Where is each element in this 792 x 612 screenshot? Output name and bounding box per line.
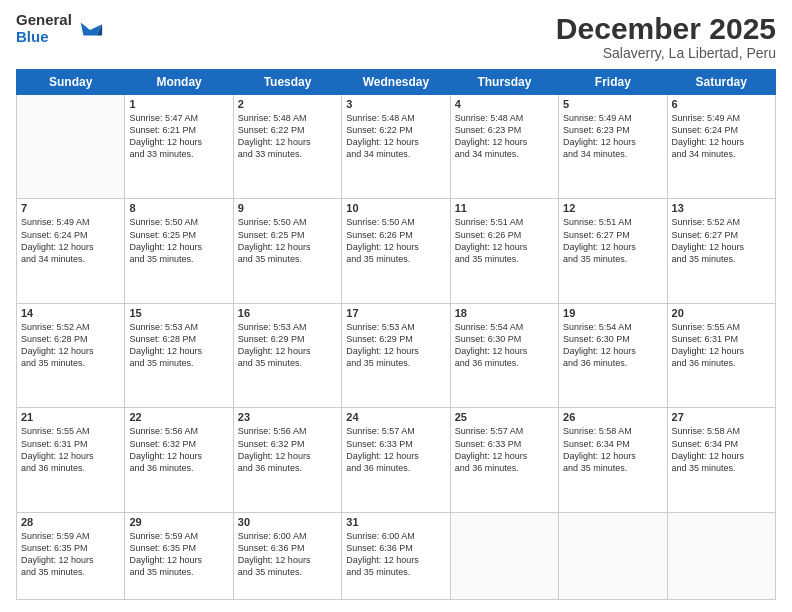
weekday-header: Sunday: [17, 70, 125, 95]
calendar-week-row: 1Sunrise: 5:47 AMSunset: 6:21 PMDaylight…: [17, 95, 776, 199]
cell-daylight-info: Sunrise: 5:49 AMSunset: 6:23 PMDaylight:…: [563, 112, 662, 161]
calendar-cell: 3Sunrise: 5:48 AMSunset: 6:22 PMDaylight…: [342, 95, 450, 199]
day-number: 30: [238, 516, 337, 528]
cell-daylight-info: Sunrise: 5:59 AMSunset: 6:35 PMDaylight:…: [21, 530, 120, 579]
day-number: 25: [455, 411, 554, 423]
cell-daylight-info: Sunrise: 5:57 AMSunset: 6:33 PMDaylight:…: [346, 425, 445, 474]
day-number: 20: [672, 307, 771, 319]
day-number: 27: [672, 411, 771, 423]
weekday-header: Saturday: [667, 70, 775, 95]
title-block: December 2025 Salaverry, La Libertad, Pe…: [556, 12, 776, 61]
calendar-cell: 7Sunrise: 5:49 AMSunset: 6:24 PMDaylight…: [17, 199, 125, 303]
weekday-header-row: SundayMondayTuesdayWednesdayThursdayFrid…: [17, 70, 776, 95]
calendar-cell: 1Sunrise: 5:47 AMSunset: 6:21 PMDaylight…: [125, 95, 233, 199]
day-number: 26: [563, 411, 662, 423]
day-number: 22: [129, 411, 228, 423]
cell-daylight-info: Sunrise: 5:47 AMSunset: 6:21 PMDaylight:…: [129, 112, 228, 161]
day-number: 23: [238, 411, 337, 423]
cell-daylight-info: Sunrise: 5:58 AMSunset: 6:34 PMDaylight:…: [563, 425, 662, 474]
calendar-cell: 19Sunrise: 5:54 AMSunset: 6:30 PMDayligh…: [559, 303, 667, 407]
calendar-cell: 28Sunrise: 5:59 AMSunset: 6:35 PMDayligh…: [17, 512, 125, 599]
cell-daylight-info: Sunrise: 5:52 AMSunset: 6:27 PMDaylight:…: [672, 216, 771, 265]
cell-daylight-info: Sunrise: 5:59 AMSunset: 6:35 PMDaylight:…: [129, 530, 228, 579]
calendar-cell: 5Sunrise: 5:49 AMSunset: 6:23 PMDaylight…: [559, 95, 667, 199]
header: General Blue December 2025 Salaverry, La…: [16, 12, 776, 61]
calendar-cell: 18Sunrise: 5:54 AMSunset: 6:30 PMDayligh…: [450, 303, 558, 407]
cell-daylight-info: Sunrise: 5:48 AMSunset: 6:22 PMDaylight:…: [346, 112, 445, 161]
logo-text: General Blue: [16, 12, 72, 45]
cell-daylight-info: Sunrise: 5:55 AMSunset: 6:31 PMDaylight:…: [21, 425, 120, 474]
day-number: 31: [346, 516, 445, 528]
page: General Blue December 2025 Salaverry, La…: [0, 0, 792, 612]
cell-daylight-info: Sunrise: 5:50 AMSunset: 6:25 PMDaylight:…: [129, 216, 228, 265]
calendar-cell: 30Sunrise: 6:00 AMSunset: 6:36 PMDayligh…: [233, 512, 341, 599]
calendar-cell: 26Sunrise: 5:58 AMSunset: 6:34 PMDayligh…: [559, 408, 667, 512]
weekday-header: Tuesday: [233, 70, 341, 95]
calendar-cell: 25Sunrise: 5:57 AMSunset: 6:33 PMDayligh…: [450, 408, 558, 512]
cell-daylight-info: Sunrise: 5:51 AMSunset: 6:26 PMDaylight:…: [455, 216, 554, 265]
day-number: 13: [672, 202, 771, 214]
calendar-cell: 11Sunrise: 5:51 AMSunset: 6:26 PMDayligh…: [450, 199, 558, 303]
calendar-cell: 21Sunrise: 5:55 AMSunset: 6:31 PMDayligh…: [17, 408, 125, 512]
logo: General Blue: [16, 12, 104, 45]
cell-daylight-info: Sunrise: 5:49 AMSunset: 6:24 PMDaylight:…: [21, 216, 120, 265]
day-number: 18: [455, 307, 554, 319]
cell-daylight-info: Sunrise: 5:53 AMSunset: 6:29 PMDaylight:…: [346, 321, 445, 370]
cell-daylight-info: Sunrise: 5:48 AMSunset: 6:22 PMDaylight:…: [238, 112, 337, 161]
cell-daylight-info: Sunrise: 5:52 AMSunset: 6:28 PMDaylight:…: [21, 321, 120, 370]
cell-daylight-info: Sunrise: 5:50 AMSunset: 6:26 PMDaylight:…: [346, 216, 445, 265]
day-number: 8: [129, 202, 228, 214]
location-subtitle: Salaverry, La Libertad, Peru: [556, 45, 776, 61]
cell-daylight-info: Sunrise: 5:55 AMSunset: 6:31 PMDaylight:…: [672, 321, 771, 370]
calendar-cell: 22Sunrise: 5:56 AMSunset: 6:32 PMDayligh…: [125, 408, 233, 512]
day-number: 19: [563, 307, 662, 319]
cell-daylight-info: Sunrise: 5:53 AMSunset: 6:29 PMDaylight:…: [238, 321, 337, 370]
calendar-week-row: 21Sunrise: 5:55 AMSunset: 6:31 PMDayligh…: [17, 408, 776, 512]
day-number: 14: [21, 307, 120, 319]
day-number: 4: [455, 98, 554, 110]
calendar-cell: 14Sunrise: 5:52 AMSunset: 6:28 PMDayligh…: [17, 303, 125, 407]
cell-daylight-info: Sunrise: 5:56 AMSunset: 6:32 PMDaylight:…: [129, 425, 228, 474]
day-number: 29: [129, 516, 228, 528]
day-number: 12: [563, 202, 662, 214]
cell-daylight-info: Sunrise: 5:48 AMSunset: 6:23 PMDaylight:…: [455, 112, 554, 161]
cell-daylight-info: Sunrise: 5:54 AMSunset: 6:30 PMDaylight:…: [563, 321, 662, 370]
calendar-cell: 31Sunrise: 6:00 AMSunset: 6:36 PMDayligh…: [342, 512, 450, 599]
calendar-table: SundayMondayTuesdayWednesdayThursdayFrid…: [16, 69, 776, 600]
day-number: 24: [346, 411, 445, 423]
month-title: December 2025: [556, 12, 776, 45]
cell-daylight-info: Sunrise: 5:53 AMSunset: 6:28 PMDaylight:…: [129, 321, 228, 370]
calendar-cell: 9Sunrise: 5:50 AMSunset: 6:25 PMDaylight…: [233, 199, 341, 303]
logo-icon: [76, 15, 104, 43]
calendar-cell: 15Sunrise: 5:53 AMSunset: 6:28 PMDayligh…: [125, 303, 233, 407]
cell-daylight-info: Sunrise: 5:58 AMSunset: 6:34 PMDaylight:…: [672, 425, 771, 474]
calendar-week-row: 7Sunrise: 5:49 AMSunset: 6:24 PMDaylight…: [17, 199, 776, 303]
calendar-week-row: 28Sunrise: 5:59 AMSunset: 6:35 PMDayligh…: [17, 512, 776, 599]
calendar-cell: 23Sunrise: 5:56 AMSunset: 6:32 PMDayligh…: [233, 408, 341, 512]
day-number: 2: [238, 98, 337, 110]
calendar-week-row: 14Sunrise: 5:52 AMSunset: 6:28 PMDayligh…: [17, 303, 776, 407]
calendar-cell: 6Sunrise: 5:49 AMSunset: 6:24 PMDaylight…: [667, 95, 775, 199]
calendar-cell: 17Sunrise: 5:53 AMSunset: 6:29 PMDayligh…: [342, 303, 450, 407]
calendar-cell: 16Sunrise: 5:53 AMSunset: 6:29 PMDayligh…: [233, 303, 341, 407]
calendar-cell: [17, 95, 125, 199]
day-number: 9: [238, 202, 337, 214]
logo-general: General: [16, 12, 72, 29]
calendar-cell: 10Sunrise: 5:50 AMSunset: 6:26 PMDayligh…: [342, 199, 450, 303]
day-number: 7: [21, 202, 120, 214]
day-number: 15: [129, 307, 228, 319]
weekday-header: Monday: [125, 70, 233, 95]
day-number: 3: [346, 98, 445, 110]
logo-blue: Blue: [16, 29, 72, 46]
day-number: 10: [346, 202, 445, 214]
cell-daylight-info: Sunrise: 6:00 AMSunset: 6:36 PMDaylight:…: [238, 530, 337, 579]
day-number: 17: [346, 307, 445, 319]
cell-daylight-info: Sunrise: 5:57 AMSunset: 6:33 PMDaylight:…: [455, 425, 554, 474]
calendar-cell: 27Sunrise: 5:58 AMSunset: 6:34 PMDayligh…: [667, 408, 775, 512]
cell-daylight-info: Sunrise: 6:00 AMSunset: 6:36 PMDaylight:…: [346, 530, 445, 579]
cell-daylight-info: Sunrise: 5:56 AMSunset: 6:32 PMDaylight:…: [238, 425, 337, 474]
day-number: 11: [455, 202, 554, 214]
calendar-cell: [559, 512, 667, 599]
cell-daylight-info: Sunrise: 5:49 AMSunset: 6:24 PMDaylight:…: [672, 112, 771, 161]
calendar-cell: 2Sunrise: 5:48 AMSunset: 6:22 PMDaylight…: [233, 95, 341, 199]
